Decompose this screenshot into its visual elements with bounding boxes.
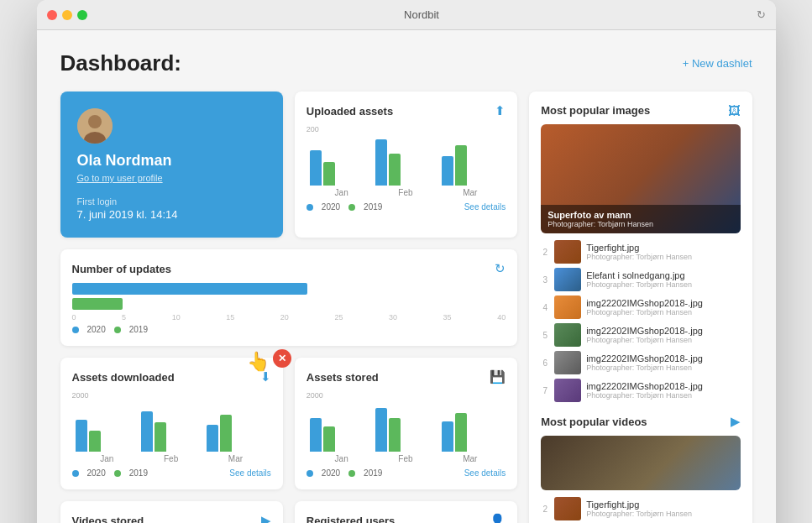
updates-legend-dot-2020 <box>72 327 79 333</box>
updates-legend-dot-2019 <box>114 327 121 333</box>
reload-icon[interactable]: ↻ <box>757 8 766 21</box>
axis-30: 30 <box>389 313 397 322</box>
label-feb: Feb <box>398 188 412 197</box>
uploaded-assets-chart <box>306 135 506 186</box>
image-icon[interactable]: 🖼 <box>728 103 741 118</box>
assets-stored-y-label: 2000 <box>306 391 506 400</box>
bar-2019-feb <box>389 154 401 186</box>
popular-num-7: 7 <box>541 386 549 395</box>
video-name-2: Tigerfight.jpg <box>586 499 692 510</box>
st-bar-group-mar <box>442 413 502 452</box>
popular-info-3: Elefant i solnedgang.jpg Photographer: T… <box>586 270 692 289</box>
dl-label-mar: Mar <box>228 454 243 463</box>
popular-thumb-3 <box>554 268 581 291</box>
app-window: Nordbit ↻ Dashboard: + New dashlet Ola N… <box>37 0 776 523</box>
legend-dot-2019 <box>348 204 355 211</box>
popular-images-list: 2 Tigerfight.jpg Photographer: Torbjørn … <box>541 240 740 402</box>
download-icon[interactable]: ⬇ <box>260 369 271 384</box>
dl-bar-2020-jan <box>76 420 87 452</box>
assets-stored-chart <box>306 401 506 452</box>
popular-author-4: Photographer: Torbjørn Hansen <box>586 308 703 316</box>
assets-downloaded-legend: 2020 2019 See details <box>72 468 271 478</box>
popular-author-3: Photographer: Torbjørn Hansen <box>586 280 692 289</box>
dl-bar-2019-jan <box>89 431 101 452</box>
dl-bar-2020-feb <box>141 411 153 452</box>
updates-legend-2019: 2019 <box>129 325 148 334</box>
popular-author-5: Photographer: Torbjørn Hansen <box>586 336 703 344</box>
assets-stored-labels: Jan Feb Mar <box>306 454 506 463</box>
popular-videos-header: Most popular videos ▶ <box>541 414 740 429</box>
new-dashlet-button[interactable]: + New dashlet <box>683 57 752 70</box>
registered-users-header: Registered users 👤 <box>306 513 506 523</box>
upload-icon[interactable]: ⬆ <box>495 103 506 118</box>
bar-group-jan <box>310 150 370 186</box>
popular-item-4: 4 img22202IMGshop2018-.jpg Photographer:… <box>541 295 740 319</box>
dl-legend-dot-2019 <box>114 470 121 477</box>
profile-date: 7. juni 2019 kl. 14:14 <box>77 208 266 221</box>
maximize-traffic-light[interactable] <box>77 10 87 20</box>
titlebar: Nordbit ↻ <box>37 0 776 30</box>
video-num-2: 2 <box>541 505 549 514</box>
close-traffic-light[interactable] <box>47 10 57 20</box>
refresh-icon[interactable]: ↻ <box>495 261 506 276</box>
profile-card: Ola Nordman Go to my user profile First … <box>60 92 283 238</box>
assets-downloaded-title: Assets downloaded <box>72 371 175 384</box>
assets-downloaded-chart <box>72 401 271 452</box>
st-label-mar: Mar <box>463 454 477 463</box>
uploaded-see-details[interactable]: See details <box>464 202 506 212</box>
dl-see-details[interactable]: See details <box>229 468 270 478</box>
dl-bar-group-jan <box>76 420 136 452</box>
most-popular-images-card: Most popular images 🖼 Superfoto av mann … <box>529 92 752 523</box>
uploaded-assets-header: Uploaded assets ⬆ <box>306 103 506 118</box>
uploaded-assets-card: Uploaded assets ⬆ 200 <box>295 92 517 238</box>
profile-link[interactable]: Go to my user profile <box>77 173 266 183</box>
hbar-row-2020 <box>72 283 506 295</box>
registered-users-card: Registered users 👤 2000 <box>295 501 517 523</box>
storage-icon[interactable]: 💾 <box>490 369 506 384</box>
popular-thumb-6 <box>554 351 581 374</box>
popular-thumb-7 <box>554 379 581 402</box>
number-of-updates-card: Number of updates ↻ 0 5 10 15 2 <box>60 249 518 346</box>
assets-downloaded-y-label: 2000 <box>72 391 271 400</box>
axis-5: 5 <box>122 313 126 322</box>
popular-num-6: 6 <box>541 358 549 368</box>
bar-2019-mar <box>455 145 467 186</box>
assets-downloaded-header: Assets downloaded ⬇ <box>72 369 271 384</box>
assets-stored-card: Assets stored 💾 2000 <box>295 358 517 489</box>
popular-info-4: img22202IMGshop2018-.jpg Photographer: T… <box>586 298 703 316</box>
popular-images-title: Most popular images <box>541 104 650 117</box>
page-title: Dashboard: <box>60 50 181 76</box>
assets-downloaded-card: ✕ 👆 Assets downloaded ⬇ 2000 <box>60 358 283 489</box>
registered-users-title: Registered users <box>306 515 396 524</box>
hbar-axis: 0 5 10 15 20 25 30 35 40 <box>72 313 506 322</box>
popular-author-7: Photographer: Torbjørn Hansen <box>586 391 703 400</box>
legend-2020: 2020 <box>322 202 340 212</box>
popular-video-main-thumb <box>541 436 740 490</box>
popular-name-3: Elefant i solnedgang.jpg <box>586 270 692 280</box>
popular-author-2: Photographer: Torbjørn Hansen <box>586 253 692 261</box>
video-icon[interactable]: ▶ <box>731 414 741 429</box>
close-button[interactable]: ✕ <box>273 349 291 368</box>
popular-main-caption: Superfoto av mann Photographer: Torbjørn… <box>541 205 740 233</box>
assets-stored-header: Assets stored 💾 <box>306 369 506 384</box>
hbar-row-2019 <box>72 298 506 310</box>
axis-35: 35 <box>443 313 452 322</box>
popular-videos-list: 2 Tigerfight.jpg Photographer: Torbjørn … <box>541 497 740 523</box>
play-icon[interactable]: ▶ <box>261 513 271 523</box>
video-thumb-2 <box>554 497 581 520</box>
user-icon[interactable]: 👤 <box>490 513 506 523</box>
popular-name-7: img22202IMGshop2018-.jpg <box>586 381 703 391</box>
popular-name-5: img22202IMGshop2018-.jpg <box>586 326 703 336</box>
popular-info-5: img22202IMGshop2018-.jpg Photographer: T… <box>586 326 703 344</box>
st-see-details[interactable]: See details <box>464 468 506 478</box>
minimize-traffic-light[interactable] <box>62 10 72 20</box>
updates-title: Number of updates <box>72 263 171 275</box>
bar-group-mar <box>442 145 502 186</box>
st-label-feb: Feb <box>398 454 412 463</box>
dl-bar-2019-mar <box>220 415 232 452</box>
uploaded-assets-title: Uploaded assets <box>306 105 393 118</box>
legend-dot-2020 <box>306 204 313 211</box>
dl-label-feb: Feb <box>164 454 178 463</box>
popular-item-2: 2 Tigerfight.jpg Photographer: Torbjørn … <box>541 240 740 264</box>
page-header: Dashboard: + New dashlet <box>60 50 752 76</box>
